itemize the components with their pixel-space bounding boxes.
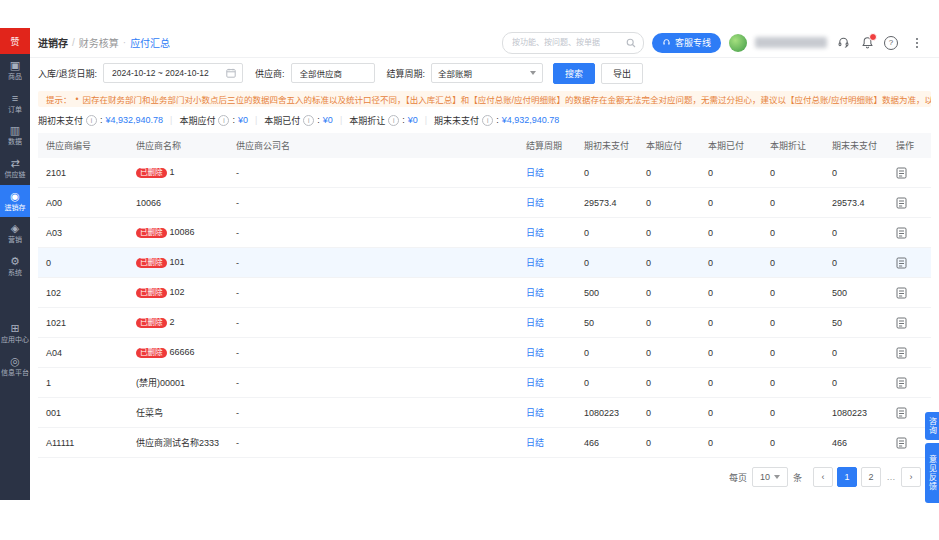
supplier-code: A00 — [38, 198, 128, 208]
page-button-1[interactable]: 1 — [837, 467, 857, 487]
paid-amount: 0 — [700, 318, 762, 328]
opening-amount: 0 — [576, 168, 638, 178]
search-input[interactable] — [510, 37, 622, 48]
row-detail-button[interactable] — [888, 167, 928, 179]
sidebar-item-label: 应用中心 — [1, 336, 29, 344]
export-button[interactable]: 导出 — [601, 63, 643, 84]
top-bar: 进销存 / 财务核算 · 应付汇总 — [30, 28, 939, 58]
row-detail-button[interactable] — [888, 437, 928, 449]
page-button-2[interactable]: 2 — [861, 467, 881, 487]
sidebar-item-system[interactable]: ⚙系统 — [0, 250, 30, 283]
side-consult-tab[interactable]: 咨询 — [925, 412, 939, 440]
document-icon — [896, 437, 907, 449]
supplier-name-text: 供应商测试名称2333 — [136, 438, 219, 448]
sidebar-item-label: 商品 — [8, 73, 22, 81]
supplier-company: - — [228, 348, 518, 358]
help-button[interactable]: ? — [883, 35, 899, 51]
supplier-code: 1 — [38, 378, 128, 388]
more-menu-button[interactable] — [907, 33, 927, 53]
period-filter-select[interactable]: 全部账期 — [431, 63, 543, 83]
feedback-tab[interactable]: 意见反馈 — [925, 443, 939, 503]
payable-amount: 0 — [638, 228, 700, 238]
breadcrumb: 进销存 / 财务核算 · 应付汇总 — [38, 35, 170, 50]
app-logo[interactable]: 赞 — [0, 28, 30, 54]
next-page-button[interactable]: › — [901, 467, 921, 487]
info-icon[interactable]: i — [388, 115, 399, 126]
table-row: 1021已删除2-日结5000050 — [38, 308, 931, 338]
row-detail-button[interactable] — [888, 197, 928, 209]
settlement-period[interactable]: 日结 — [518, 376, 576, 389]
info-icon[interactable]: i — [86, 115, 97, 126]
row-detail-button[interactable] — [888, 227, 928, 239]
settlement-period[interactable]: 日结 — [518, 166, 576, 179]
supply-chain-icon: ⇄ — [10, 158, 19, 169]
paid-amount: 0 — [700, 228, 762, 238]
date-range-input[interactable] — [110, 67, 222, 79]
breadcrumb-section[interactable]: 财务核算 — [79, 35, 119, 50]
breadcrumb-root[interactable]: 进销存 — [38, 35, 68, 50]
document-icon — [896, 257, 907, 269]
sidebar-item-label: 信息平台 — [1, 369, 29, 377]
settlement-period[interactable]: 日结 — [518, 346, 576, 359]
info-icon[interactable]: i — [482, 115, 493, 126]
info-icon[interactable]: i — [218, 115, 229, 126]
row-detail-button[interactable] — [888, 317, 928, 329]
settlement-period[interactable]: 日结 — [518, 406, 576, 419]
settlement-period[interactable]: 日结 — [518, 316, 576, 329]
support-hotline-button[interactable]: 客服专线 — [652, 33, 721, 53]
settlement-period[interactable]: 日结 — [518, 436, 576, 449]
headset-icon — [837, 36, 850, 49]
closing-amount: 0 — [824, 168, 888, 178]
supplier-name: 已删除101 — [128, 257, 228, 268]
sidebar-item-marketing[interactable]: ◈营销 — [0, 217, 30, 250]
summary-label: 期末未支付 — [434, 114, 479, 127]
row-detail-button[interactable] — [888, 257, 928, 269]
info-platform-icon: ◎ — [10, 356, 20, 367]
settlement-period[interactable]: 日结 — [518, 226, 576, 239]
discount-amount: 0 — [762, 258, 824, 268]
notice-bullet: • — [76, 94, 79, 104]
per-page-select[interactable]: 10 — [752, 467, 788, 487]
search-button[interactable]: 搜索 — [553, 63, 595, 84]
headset-icon — [662, 38, 671, 47]
sidebar-item-inventory[interactable]: ◉进销存 — [0, 185, 30, 218]
row-detail-button[interactable] — [888, 347, 928, 359]
document-icon — [896, 407, 907, 419]
info-icon[interactable]: i — [303, 115, 314, 126]
settlement-period[interactable]: 日结 — [518, 196, 576, 209]
sidebar-item-info-platform[interactable]: ◎信息平台 — [0, 350, 30, 383]
filter-bar: 入库/退货日期: 供应商: 结算周期: 全部账期 搜索 导出 — [30, 58, 939, 88]
sidebar-item-label: 订单 — [8, 106, 22, 114]
row-detail-button[interactable] — [888, 287, 928, 299]
notice-prefix: 提示： — [46, 93, 72, 105]
payable-amount: 0 — [638, 438, 700, 448]
sidebar-item-app-center[interactable]: ⊞应用中心 — [0, 317, 30, 350]
customer-service-button[interactable] — [835, 35, 851, 51]
settlement-period[interactable]: 日结 — [518, 286, 576, 299]
search-icon[interactable] — [626, 38, 636, 48]
support-hotline-label: 客服专线 — [675, 36, 711, 49]
sidebar-item-data[interactable]: ▥数据 — [0, 119, 30, 152]
row-detail-button[interactable] — [888, 377, 928, 389]
sidebar-item-goods[interactable]: ▣商品 — [0, 54, 30, 87]
closing-amount: 466 — [824, 438, 888, 448]
supplier-code: 2101 — [38, 168, 128, 178]
sidebar-item-orders[interactable]: ≡订单 — [0, 87, 30, 120]
date-range-picker[interactable] — [103, 63, 243, 83]
settlement-period[interactable]: 日结 — [518, 256, 576, 269]
discount-amount: 0 — [762, 318, 824, 328]
document-icon — [896, 167, 907, 179]
date-filter-label: 入库/退货日期: — [38, 67, 97, 80]
supplier-name: 供应商测试名称2333 — [128, 436, 228, 449]
prev-page-button[interactable]: ‹ — [813, 467, 833, 487]
column-header: 本期折让 — [762, 139, 824, 152]
notifications-button[interactable] — [859, 35, 875, 51]
opening-amount: 29573.4 — [576, 198, 638, 208]
supplier-filter-input[interactable] — [298, 67, 368, 79]
row-detail-button[interactable] — [888, 407, 928, 419]
supplier-filter[interactable] — [291, 63, 375, 83]
user-avatar[interactable] — [729, 34, 747, 52]
payable-amount: 0 — [638, 408, 700, 418]
sidebar-item-supply-chain[interactable]: ⇄供应链 — [0, 152, 30, 185]
table-header: 供应商编号供应商名称供应商公司名结算周期期初未支付本期应付本期已付本期折让期末未… — [38, 133, 931, 158]
